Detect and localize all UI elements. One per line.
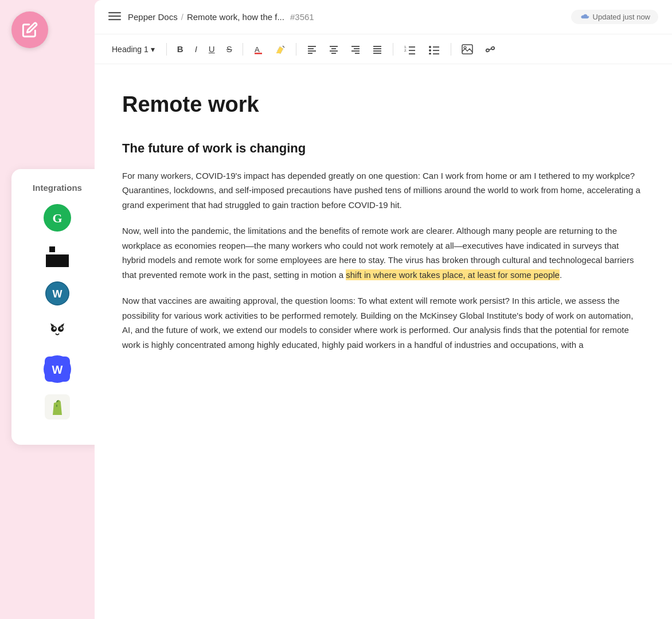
grammarly-icon: G (44, 204, 71, 232)
link-button[interactable] (480, 41, 501, 57)
svg-text:W: W (53, 288, 62, 300)
svg-rect-22 (276, 52, 281, 53)
updated-text: Updated just now (593, 13, 650, 21)
link-icon (485, 44, 496, 54)
svg-rect-16 (56, 405, 57, 407)
integration-wordpress[interactable]: W (21, 280, 94, 307)
paragraph-3: Now that vaccines are awaiting approval,… (122, 293, 644, 352)
svg-point-11 (53, 327, 56, 330)
editor-content[interactable]: Remote work The future of work is changi… (95, 64, 672, 619)
highlighted-text: shift in where work takes place, at leas… (346, 269, 560, 280)
strikethrough-button[interactable]: S (222, 41, 237, 57)
paragraph-1: For many workers, COVID-19's impact has … (122, 169, 644, 213)
toolbar: Heading 1 ▾ B I U S A (95, 34, 672, 64)
menu-icon[interactable] (108, 10, 121, 25)
ordered-list-button[interactable]: 1. 2. (399, 41, 421, 57)
unordered-list-button[interactable] (423, 41, 445, 57)
toolbar-divider-5 (451, 43, 451, 56)
svg-text:G: G (52, 211, 62, 225)
align-left-icon (307, 44, 317, 54)
highlight-button[interactable] (271, 41, 290, 57)
unsplash-icon (44, 242, 71, 269)
integrations-panel: Integrations G W (11, 169, 103, 445)
svg-rect-2 (49, 246, 55, 252)
align-justify-button[interactable] (368, 41, 387, 57)
svg-rect-21 (255, 53, 262, 54)
heading-dropdown-icon: ▾ (151, 45, 155, 54)
toolbar-divider-3 (296, 43, 296, 56)
heading-label: Heading 1 (112, 45, 149, 54)
breadcrumb-separator: / (181, 12, 183, 22)
bold-button[interactable]: B (173, 41, 188, 57)
doc-number: #3561 (290, 12, 314, 22)
svg-rect-18 (108, 15, 121, 17)
unordered-list-icon (428, 44, 440, 54)
toolbar-divider-1 (166, 43, 167, 56)
align-center-icon (329, 44, 339, 54)
edit-fab[interactable] (11, 11, 48, 48)
align-right-icon (350, 44, 361, 54)
highlight-icon (275, 44, 286, 54)
integration-unsplash[interactable] (21, 242, 94, 269)
strikethrough-label: S (226, 44, 232, 54)
integration-hootsuite[interactable] (21, 318, 94, 345)
hootsuite-icon (44, 318, 71, 345)
integration-shopify[interactable] (21, 393, 94, 421)
image-icon (462, 44, 473, 54)
ordered-list-icon: 1. 2. (404, 44, 416, 54)
document-subtitle: The future of work is changing (122, 138, 644, 158)
bold-label: B (177, 44, 183, 54)
breadcrumb: Pepper Docs / Remote work, how the f... … (128, 12, 314, 22)
svg-rect-19 (108, 19, 121, 20)
integration-webflow[interactable]: W (21, 355, 94, 383)
svg-point-46 (429, 49, 431, 52)
svg-rect-3 (46, 254, 69, 267)
svg-point-12 (60, 327, 62, 330)
cloud-icon (579, 13, 589, 21)
svg-point-45 (429, 46, 431, 48)
underline-button[interactable]: U (204, 41, 220, 57)
svg-text:2.: 2. (404, 49, 407, 52)
toolbar-divider-2 (243, 43, 243, 56)
svg-line-23 (283, 46, 284, 48)
edit-icon (22, 22, 38, 38)
align-right-button[interactable] (346, 41, 365, 57)
svg-text:W: W (52, 363, 63, 376)
header-bar: Pepper Docs / Remote work, how the f... … (95, 0, 672, 34)
svg-rect-51 (462, 45, 472, 54)
paragraph-2-after: . (560, 270, 562, 280)
italic-label: I (195, 44, 197, 54)
updated-badge: Updated just now (571, 10, 658, 24)
svg-rect-17 (108, 12, 121, 13)
paragraph-2: Now, well into the pandemic, the limitat… (122, 224, 644, 282)
editor-container: Pepper Docs / Remote work, how the f... … (95, 0, 672, 619)
wordpress-icon: W (44, 280, 71, 307)
underline-label: U (209, 44, 215, 54)
integrations-title: Integrations (21, 183, 94, 193)
font-color-button[interactable]: A (249, 41, 268, 57)
breadcrumb-root[interactable]: Pepper Docs (128, 12, 178, 22)
integration-grammarly[interactable]: G (21, 204, 94, 232)
svg-text:A: A (255, 45, 260, 54)
toolbar-divider-4 (393, 43, 393, 56)
document-title: Remote work (122, 87, 644, 122)
align-left-button[interactable] (302, 41, 322, 57)
image-button[interactable] (457, 41, 478, 57)
breadcrumb-doc[interactable]: Remote work, how the f... (187, 12, 284, 22)
shopify-icon (44, 393, 71, 421)
align-justify-icon (372, 44, 382, 54)
heading-selector[interactable]: Heading 1 ▾ (106, 42, 161, 57)
font-color-icon: A (253, 44, 264, 54)
svg-line-53 (489, 49, 491, 50)
align-center-button[interactable] (324, 41, 343, 57)
svg-point-47 (429, 53, 431, 54)
webflow-icon: W (44, 355, 71, 383)
svg-rect-8 (45, 319, 70, 344)
italic-button[interactable]: I (190, 41, 202, 57)
